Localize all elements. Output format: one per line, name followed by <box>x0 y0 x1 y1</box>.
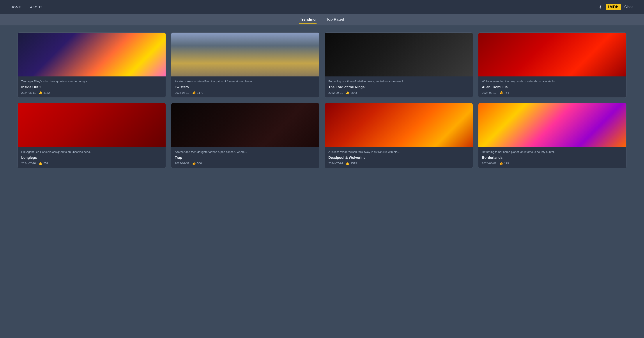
movie-card-borderlands[interactable]: Returning to her home planet, an infamou… <box>478 103 626 168</box>
movie-info-deadpool-wolverine: A listless Wade Wilson toils away in civ… <box>325 147 473 168</box>
clone-label: Clone <box>624 5 634 9</box>
movie-meta-trap: 2024-07-31 👍 506 <box>175 162 316 165</box>
thumbs-up-icon-deadpool-wolverine: 👍 <box>346 162 350 165</box>
movie-thumbnail-inside-out-2 <box>18 33 166 76</box>
movie-description-inside-out-2: Teenager Riley's mind headquarters is un… <box>21 80 162 84</box>
movie-date-trap: 2024-07-31 <box>175 162 190 165</box>
tab-trending[interactable]: Trending <box>299 16 316 24</box>
movie-card-deadpool-wolverine[interactable]: A listless Wade Wilson toils away in civ… <box>325 103 473 168</box>
movie-thumbnail-longlegs <box>18 103 166 147</box>
movie-title-lord-of-the-rings: The Lord of the Rings:... <box>328 85 469 89</box>
movie-likes-count-lord-of-the-rings: 2643 <box>351 91 357 94</box>
movie-thumbnail-borderlands <box>478 103 626 147</box>
movie-meta-lord-of-the-rings: 2022-09-01 👍 2643 <box>328 91 469 94</box>
movie-description-borderlands: Returning to her home planet, an infamou… <box>482 150 623 154</box>
movie-title-longlegs: Longlegs <box>21 156 162 160</box>
movie-info-borderlands: Returning to her home planet, an infamou… <box>478 147 626 168</box>
movie-meta-inside-out-2: 2024-06-11 👍 3172 <box>21 91 162 94</box>
movie-thumbnail-twisters <box>171 33 319 76</box>
movie-info-alien-romulus: While scavenging the deep ends of a dere… <box>478 76 626 98</box>
movie-meta-longlegs: 2024-07-10 👍 552 <box>21 162 162 165</box>
nav-links: HOME ABOUT <box>10 5 42 9</box>
movie-thumbnail-deadpool-wolverine <box>325 103 473 147</box>
movie-likes-count-longlegs: 552 <box>44 162 48 165</box>
movie-card-alien-romulus[interactable]: While scavenging the deep ends of a dere… <box>478 32 626 98</box>
movie-likes-alien-romulus: 👍 754 <box>499 91 509 94</box>
movie-date-alien-romulus: 2024-08-13 <box>482 91 496 94</box>
movie-date-deadpool-wolverine: 2024-07-24 <box>328 162 343 165</box>
movie-card-longlegs[interactable]: FBI Agent Lee Harker is assigned to an u… <box>18 103 166 168</box>
movie-info-lord-of-the-rings: Beginning in a time of relative peace, w… <box>325 76 473 98</box>
movie-title-trap: Trap <box>175 156 316 160</box>
movie-title-alien-romulus: Alien: Romulus <box>482 85 623 89</box>
movie-likes-count-trap: 506 <box>197 162 202 165</box>
movie-meta-borderlands: 2024-08-07 👍 199 <box>482 162 623 165</box>
movie-info-longlegs: FBI Agent Lee Harker is assigned to an u… <box>18 147 166 168</box>
thumbs-up-icon-lord-of-the-rings: 👍 <box>346 91 350 94</box>
movie-card-twisters[interactable]: As storm season intensifies, the paths o… <box>171 32 319 98</box>
movie-date-inside-out-2: 2024-06-11 <box>21 91 36 94</box>
movie-card-trap[interactable]: A father and teen daughter attend a pop … <box>171 103 319 168</box>
movie-likes-count-borderlands: 199 <box>504 162 509 165</box>
movie-meta-alien-romulus: 2024-08-13 👍 754 <box>482 91 623 94</box>
movie-thumbnail-alien-romulus <box>478 33 626 76</box>
movie-meta-twisters: 2024-07-10 👍 1170 <box>175 91 316 94</box>
movie-description-longlegs: FBI Agent Lee Harker is assigned to an u… <box>21 150 162 154</box>
thumbs-up-icon-twisters: 👍 <box>192 91 196 94</box>
movie-date-twisters: 2024-07-10 <box>175 91 190 94</box>
movie-date-longlegs: 2024-07-10 <box>21 162 36 165</box>
movie-likes-count-twisters: 1170 <box>197 91 204 94</box>
movie-meta-deadpool-wolverine: 2024-07-24 👍 2519 <box>328 162 469 165</box>
movie-likes-lord-of-the-rings: 👍 2643 <box>346 91 357 94</box>
movie-date-borderlands: 2024-08-07 <box>482 162 496 165</box>
movie-thumbnail-lord-of-the-rings <box>325 33 473 76</box>
thumbs-up-icon-trap: 👍 <box>192 162 196 165</box>
movie-description-twisters: As storm season intensifies, the paths o… <box>175 80 316 84</box>
movie-thumbnail-trap <box>171 103 319 147</box>
movie-info-inside-out-2: Teenager Riley's mind headquarters is un… <box>18 76 166 98</box>
movie-title-inside-out-2: Inside Out 2 <box>21 85 162 89</box>
movie-likes-trap: 👍 506 <box>192 162 202 165</box>
thumbs-up-icon-inside-out-2: 👍 <box>38 91 42 94</box>
navbar: HOME ABOUT ☀ IMDb Clone <box>0 0 644 14</box>
movie-likes-count-alien-romulus: 754 <box>504 91 509 94</box>
movie-likes-inside-out-2: 👍 3172 <box>38 91 50 94</box>
movie-likes-longlegs: 👍 552 <box>38 162 48 165</box>
movie-info-trap: A father and teen daughter attend a pop … <box>171 147 319 168</box>
movie-likes-deadpool-wolverine: 👍 2519 <box>346 162 357 165</box>
movie-info-twisters: As storm season intensifies, the paths o… <box>171 76 319 98</box>
main-content: Teenager Riley's mind headquarters is un… <box>0 26 644 175</box>
movie-description-alien-romulus: While scavenging the deep ends of a dere… <box>482 80 623 84</box>
movie-title-borderlands: Borderlands <box>482 156 623 160</box>
nav-about[interactable]: ABOUT <box>30 5 42 9</box>
tab-top-rated[interactable]: Top Rated <box>325 16 345 24</box>
movie-description-lord-of-the-rings: Beginning in a time of relative peace, w… <box>328 80 469 84</box>
movie-title-deadpool-wolverine: Deadpool & Wolverine <box>328 156 469 160</box>
nav-home[interactable]: HOME <box>10 5 21 9</box>
tabs-bar: Trending Top Rated <box>0 14 644 26</box>
movie-description-trap: A father and teen daughter attend a pop … <box>175 150 316 154</box>
movie-date-lord-of-the-rings: 2022-09-01 <box>328 91 343 94</box>
movies-grid: Teenager Riley's mind headquarters is un… <box>18 32 626 168</box>
sun-icon[interactable]: ☀ <box>598 4 602 10</box>
movie-description-deadpool-wolverine: A listless Wade Wilson toils away in civ… <box>328 150 469 154</box>
thumbs-up-icon-borderlands: 👍 <box>499 162 503 165</box>
movie-likes-borderlands: 👍 199 <box>499 162 509 165</box>
movie-likes-twisters: 👍 1170 <box>192 91 204 94</box>
thumbs-up-icon-longlegs: 👍 <box>38 162 42 165</box>
movie-title-twisters: Twisters <box>175 85 316 89</box>
navbar-right: ☀ IMDb Clone <box>598 4 634 10</box>
thumbs-up-icon-alien-romulus: 👍 <box>499 91 503 94</box>
movie-likes-count-inside-out-2: 3172 <box>44 91 50 94</box>
movie-card-lord-of-the-rings[interactable]: Beginning in a time of relative peace, w… <box>325 32 473 98</box>
movie-likes-count-deadpool-wolverine: 2519 <box>351 162 357 165</box>
imdb-logo: IMDb <box>606 4 621 10</box>
movie-card-inside-out-2[interactable]: Teenager Riley's mind headquarters is un… <box>18 32 166 98</box>
